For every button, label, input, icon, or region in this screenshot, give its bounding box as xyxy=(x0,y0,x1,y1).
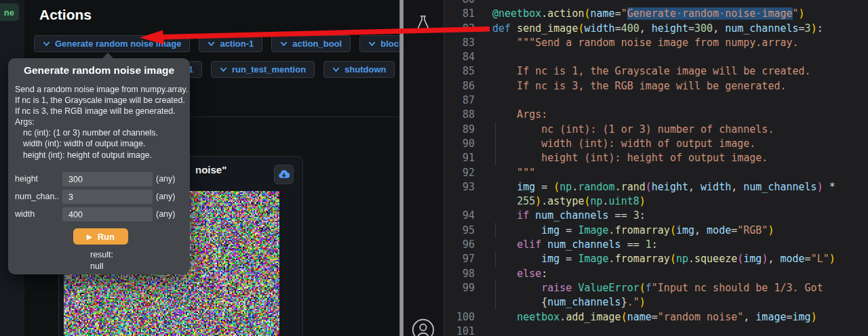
code-row[interactable]: 255).astype(np.uint8) xyxy=(444,194,868,209)
popup-description-line: Send a random noise image from numpy.arr… xyxy=(15,84,188,95)
chevron-down-icon xyxy=(208,40,215,47)
popup-description-line: width (int): width of output image. xyxy=(15,138,188,149)
field-input-width[interactable] xyxy=(62,207,153,222)
indent-guide xyxy=(495,252,496,267)
code-row[interactable]: 100 neetbox.add_image(name="random noise… xyxy=(444,310,868,324)
action-button-generate-random-noise-image[interactable]: Generate random noise image xyxy=(34,35,190,52)
code-row[interactable]: 86 If nc is 3, the RGB image will be gen… xyxy=(444,79,868,93)
line-number: 81 xyxy=(444,7,475,21)
result-value: null xyxy=(90,261,103,271)
code-row[interactable]: 95 img = Image.fromarray(img, mode="RGB"… xyxy=(444,224,868,238)
indent-guide xyxy=(495,280,496,310)
code-row[interactable]: 89 nc (int): (1 or 3) number of channels… xyxy=(444,123,868,137)
line-number: 93 xyxy=(444,180,475,194)
code-row[interactable]: 97 img = Image.fromarray(np.squeeze(img)… xyxy=(444,252,868,266)
action-button-action-bool[interactable]: action_bool xyxy=(271,35,351,52)
line-number: 98 xyxy=(444,267,475,281)
line-number: 101 xyxy=(444,324,475,336)
code-row[interactable]: 80 xyxy=(444,0,868,7)
chevron-down-icon xyxy=(332,66,340,73)
line-number: 96 xyxy=(444,238,475,252)
code-text: raise ValueError(f"Input nc should be 1/… xyxy=(492,281,829,295)
line-number: 92 xyxy=(444,166,475,180)
neetbox-dashboard: ne Actions Generate random noise imageac… xyxy=(0,0,399,336)
code-text: neetbox.add_image(name="random noise", i… xyxy=(492,310,817,324)
code-row[interactable]: 81@neetbox.action(name="Generate·random·… xyxy=(444,7,868,21)
popup-description-line: height (int): height of output image. xyxy=(15,150,188,161)
code-row[interactable]: 87 xyxy=(444,93,868,108)
code-text: {num_channels}.") xyxy=(492,295,646,310)
line-number: 94 xyxy=(444,209,475,223)
code-text: """ xyxy=(492,166,535,180)
code-text: elif num_channels == 1: xyxy=(492,238,658,252)
field-hint: (any) xyxy=(156,209,175,219)
code-text: 255).astype(np.uint8) xyxy=(492,194,646,209)
action-button-run-test-mention[interactable]: run_test_mention xyxy=(211,61,315,78)
action-button-label: run_test_mention xyxy=(232,64,306,75)
editor[interactable]: 8081@neetbox.action(name="Generate·rando… xyxy=(444,0,868,336)
page-title: Actions xyxy=(39,7,92,23)
code-row[interactable]: 99 raise ValueError(f"Input nc should be… xyxy=(444,281,868,295)
code-text: """Send a random noise image from numpy.… xyxy=(492,36,799,50)
code-text: img = Image.fromarray(np.squeeze(img), m… xyxy=(492,252,835,266)
popup-description-line: If nc is 1, the Grayscale image will be … xyxy=(15,95,188,106)
code-row[interactable]: 96 elif num_channels == 1: xyxy=(444,238,868,252)
code-row[interactable]: 98 else: xyxy=(444,267,868,281)
actions-row-2: 1run_test_mentionshutdown xyxy=(163,61,395,78)
result-label: result: xyxy=(90,250,113,259)
popup-notch xyxy=(102,53,114,59)
code-row[interactable]: 82def send_image(width=400, height=300, … xyxy=(444,22,868,36)
account-person-icon[interactable] xyxy=(410,317,436,336)
code-row[interactable]: 88 Args: xyxy=(444,108,868,122)
field-label: width xyxy=(15,209,35,219)
activity-bar xyxy=(403,0,444,336)
image-card-title: noise" xyxy=(195,164,226,175)
line-number: 95 xyxy=(444,224,475,238)
action-button-shutdown[interactable]: shutdown xyxy=(323,61,395,78)
browser-scrollbar[interactable] xyxy=(399,0,403,336)
code-text: width (int): width of output image. xyxy=(492,137,755,151)
line-number: 87 xyxy=(444,93,475,108)
line-number: 84 xyxy=(444,50,475,64)
code-row[interactable]: 93 img = (np.random.rand(height, width, … xyxy=(444,180,868,194)
line-number: 85 xyxy=(444,64,475,79)
code-row[interactable]: 91 height (int): height of output image. xyxy=(444,151,868,165)
action-button-label: action_bool xyxy=(292,39,342,49)
popup-description-line: If nc is 3, the RGB image will be genera… xyxy=(15,106,188,117)
code-text: else: xyxy=(492,267,547,281)
popup-description-line: Args: xyxy=(15,117,188,127)
code-text: @neetbox.action(name="Generate·random·no… xyxy=(492,7,805,21)
chevron-down-icon xyxy=(220,66,227,73)
field-input-num-chan-[interactable] xyxy=(62,190,153,204)
code-text: img = Image.fromarray(img, mode="RGB") xyxy=(492,224,774,238)
download-image-button[interactable] xyxy=(274,165,294,184)
code-row[interactable]: 101 xyxy=(444,324,868,336)
chevron-down-icon xyxy=(368,40,376,47)
line-number: 80 xyxy=(444,0,475,7)
project-badge[interactable]: ne xyxy=(0,3,19,21)
code-row[interactable]: 83 """Send a random noise image from num… xyxy=(444,36,868,50)
field-row-height: height(any) xyxy=(8,172,190,187)
code-row[interactable]: 84 xyxy=(444,50,868,64)
field-hint: (any) xyxy=(156,174,175,184)
field-input-height[interactable] xyxy=(62,172,153,186)
code-row[interactable]: 92 """ xyxy=(444,166,868,180)
action-button-action-1[interactable]: action-1 xyxy=(199,35,262,52)
code-text: img = (np.random.rand(height, width, num… xyxy=(492,180,835,194)
code-text: If nc is 3, the RGB image will be genera… xyxy=(492,79,786,93)
run-button[interactable]: ▶ Run xyxy=(73,228,128,245)
testing-flask-icon[interactable] xyxy=(414,14,432,33)
indent-guide xyxy=(495,122,496,165)
action-button-label: action-1 xyxy=(220,39,254,49)
field-label: height xyxy=(15,174,38,184)
code-text: Args: xyxy=(492,108,547,122)
code-row[interactable]: 94 if num_channels == 3: xyxy=(444,209,868,223)
code-row[interactable]: 85 If nc is 1, the Grayscale image will … xyxy=(444,64,868,79)
line-number: 90 xyxy=(444,137,475,151)
line-number: 100 xyxy=(444,310,475,324)
popup-description: Send a random noise image from numpy.arr… xyxy=(15,84,188,161)
code-editor-window: 8081@neetbox.action(name="Generate·rando… xyxy=(403,0,868,336)
code-row[interactable]: {num_channels}.") xyxy=(444,295,868,310)
code-row[interactable]: 90 width (int): width of output image. xyxy=(444,137,868,151)
popup-description-line: nc (int): (1 or 3) number of channels. xyxy=(15,127,188,138)
